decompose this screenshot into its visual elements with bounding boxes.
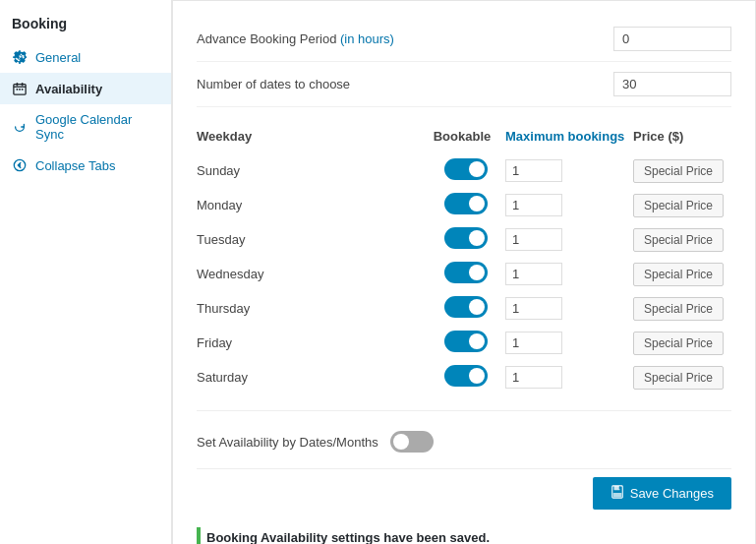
special-price-button[interactable]: Special Price [633,332,724,355]
bookable-cell [427,360,505,394]
toggle-thumb [469,299,485,315]
svg-rect-1 [17,83,19,87]
table-row: FridaySpecial Price [197,326,731,360]
svg-rect-9 [612,493,621,497]
toggle-thumb [469,196,485,212]
num-dates-input[interactable] [613,72,731,96]
sync-icon [12,119,28,135]
sidebar-availability-label: Availability [35,82,102,96]
table-row: TuesdaySpecial Price [197,222,731,257]
sidebar-title: Booking [0,8,171,41]
num-dates-label: Number of dates to choose [197,77,606,91]
max-bookings-input[interactable] [505,228,562,251]
day-name: Wednesday [197,257,427,291]
special-price-cell: Special Price [633,153,731,188]
bookable-cell [427,257,505,291]
toggle-thumb [393,434,409,450]
max-bookings-input[interactable] [505,159,562,182]
special-price-button[interactable]: Special Price [633,194,724,217]
toggle-thumb [469,333,485,349]
special-price-button[interactable]: Special Price [633,263,724,286]
svg-rect-5 [22,89,24,91]
svg-rect-3 [17,89,19,91]
calendar-icon [12,81,28,96]
day-name: Monday [197,188,427,222]
table-row: SaturdaySpecial Price [197,360,731,394]
max-bookings-input[interactable] [505,366,562,389]
special-price-button[interactable]: Special Price [633,366,724,390]
col-header-price: Price ($) [633,123,731,153]
day-toggle-saturday[interactable] [444,365,488,387]
circle-left-icon [12,157,28,173]
bookable-cell [427,326,505,360]
save-changes-button[interactable]: Save Changes [593,477,731,510]
special-price-button[interactable]: Special Price [633,159,724,183]
advance-booking-suffix: (in hours) [336,31,394,46]
toggle-thumb [469,230,485,246]
special-price-cell: Special Price [633,326,731,360]
num-dates-row: Number of dates to choose [197,62,731,107]
floppy-icon [611,485,624,502]
sidebar: Booking General [0,0,172,544]
svg-rect-2 [22,83,24,87]
bookable-cell [427,153,505,188]
max-bookings-cell [505,257,633,291]
day-name: Saturday [197,360,427,394]
availability-toggle-label: Set Availability by Dates/Months [197,435,378,450]
success-message: Booking Availability settings have been … [197,519,731,544]
special-price-button[interactable]: Special Price [633,297,724,321]
max-bookings-cell [505,360,633,394]
max-bookings-input[interactable] [505,194,562,216]
sidebar-google-label: Google Calendar Sync [35,112,159,142]
toggle-thumb [469,265,485,280]
bookable-cell [427,222,505,257]
day-toggle-wednesday[interactable] [444,262,488,283]
max-bookings-input[interactable] [505,263,562,285]
day-name: Tuesday [197,222,427,257]
max-bookings-cell [505,291,633,326]
section-divider [197,410,731,411]
weekday-table: Weekday Bookable Maximum bookings Price … [197,123,731,394]
advance-booking-input[interactable] [613,27,731,51]
day-toggle-friday[interactable] [444,331,488,352]
toggle-thumb [469,368,485,384]
table-row: WednesdaySpecial Price [197,257,731,291]
table-row: ThursdaySpecial Price [197,291,731,326]
save-row: Save Changes [197,468,731,519]
bookable-cell [427,291,505,326]
special-price-button[interactable]: Special Price [633,228,724,252]
sidebar-item-availability[interactable]: Availability [0,73,171,104]
sidebar-item-collapse-tabs[interactable]: Collapse Tabs [0,150,171,181]
special-price-cell: Special Price [633,222,731,257]
table-row: SundaySpecial Price [197,153,731,188]
gear-icon [12,49,28,65]
num-dates-input-wrap [613,72,731,96]
main-content: Advance Booking Period (in hours) Number… [172,0,756,544]
availability-toggle[interactable] [390,431,434,453]
col-header-bookable: Bookable [427,123,505,153]
advance-booking-label: Advance Booking Period (in hours) [197,31,606,46]
table-row: MondaySpecial Price [197,188,731,222]
day-toggle-monday[interactable] [444,193,488,214]
sidebar-item-google-calendar[interactable]: Google Calendar Sync [0,104,171,150]
max-bookings-input[interactable] [505,332,562,354]
sidebar-item-general[interactable]: General [0,41,171,73]
advance-booking-row: Advance Booking Period (in hours) [197,17,731,62]
toggle-thumb [469,161,485,177]
col-header-weekday: Weekday [197,123,427,153]
save-button-label: Save Changes [630,486,714,501]
svg-rect-10 [618,486,619,489]
special-price-cell: Special Price [633,360,731,394]
success-bar [197,527,201,544]
max-bookings-input[interactable] [505,297,562,320]
sidebar-general-label: General [35,50,81,65]
sidebar-collapse-label: Collapse Tabs [35,158,115,173]
svg-rect-8 [613,486,619,490]
day-toggle-sunday[interactable] [444,158,488,180]
advance-booking-input-wrap [613,27,731,51]
day-toggle-tuesday[interactable] [444,227,488,249]
svg-rect-4 [19,89,21,91]
day-toggle-thursday[interactable] [444,296,488,318]
max-bookings-cell [505,188,633,222]
special-price-cell: Special Price [633,188,731,222]
